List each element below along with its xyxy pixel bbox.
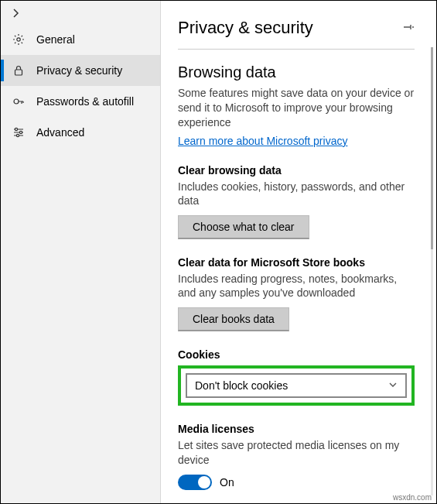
sidebar-item-label: General: [36, 33, 75, 46]
gear-icon: [12, 33, 26, 46]
key-icon: [12, 94, 26, 108]
sidebar-item-privacy[interactable]: Privacy & security: [1, 55, 160, 86]
clear-browsing-data-desc: Includes cookies, history, passwords, an…: [178, 180, 415, 207]
sliders-icon: [12, 125, 26, 139]
media-licenses-toggle-label: On: [220, 476, 234, 489]
attribution-text: wsxdn.com: [393, 493, 432, 502]
svg-point-5: [16, 134, 19, 136]
sidebar-item-general[interactable]: General: [1, 24, 160, 55]
clear-books-desc: Includes reading progress, notes, bookma…: [178, 272, 415, 300]
cookies-dropdown[interactable]: Don't block cookies: [186, 373, 407, 398]
svg-point-4: [19, 131, 22, 133]
media-licenses-title: Media licenses: [178, 423, 415, 435]
clear-browsing-data-title: Clear browsing data: [178, 164, 415, 177]
svg-point-0: [17, 38, 20, 41]
settings-window: General Privacy & security Passwords & a…: [0, 0, 437, 504]
svg-rect-1: [15, 70, 22, 75]
clear-books-data-button[interactable]: Clear books data: [178, 307, 289, 331]
media-licenses-toggle[interactable]: [178, 475, 212, 490]
sidebar-item-passwords[interactable]: Passwords & autofill: [1, 86, 160, 117]
sidebar-item-advanced[interactable]: Advanced: [1, 117, 160, 148]
sidebar-item-label: Advanced: [36, 126, 84, 139]
sidebar-expand-icon[interactable]: [1, 4, 160, 24]
sidebar-item-label: Privacy & security: [36, 64, 122, 77]
divider: [178, 49, 415, 50]
scrollbar-thumb[interactable]: [431, 47, 433, 249]
cookies-selected-value: Don't block cookies: [195, 379, 288, 392]
section-title-browsing-data: Browsing data: [178, 63, 415, 81]
sidebar: General Privacy & security Passwords & a…: [1, 1, 161, 503]
cookies-dropdown-highlight: Don't block cookies: [178, 365, 415, 406]
chevron-down-icon: [388, 379, 398, 392]
page-title: Privacy & security: [178, 18, 313, 38]
clear-books-title: Clear data for Microsoft Store books: [178, 256, 415, 269]
main-panel: Privacy & security Browsing data Some fe…: [161, 1, 436, 503]
media-licenses-desc: Let sites save protected media licenses …: [178, 438, 415, 466]
svg-point-2: [14, 99, 19, 104]
cookies-title: Cookies: [178, 348, 415, 361]
pin-icon[interactable]: [402, 21, 415, 36]
svg-point-3: [15, 128, 17, 130]
choose-what-to-clear-button[interactable]: Choose what to clear: [178, 215, 309, 239]
scrollbar[interactable]: [431, 47, 433, 495]
sidebar-item-label: Passwords & autofill: [36, 95, 134, 108]
lock-icon: [12, 63, 26, 77]
browsing-data-desc: Some features might save data on your de…: [178, 86, 415, 130]
privacy-link[interactable]: Learn more about Microsoft privacy: [178, 135, 347, 147]
